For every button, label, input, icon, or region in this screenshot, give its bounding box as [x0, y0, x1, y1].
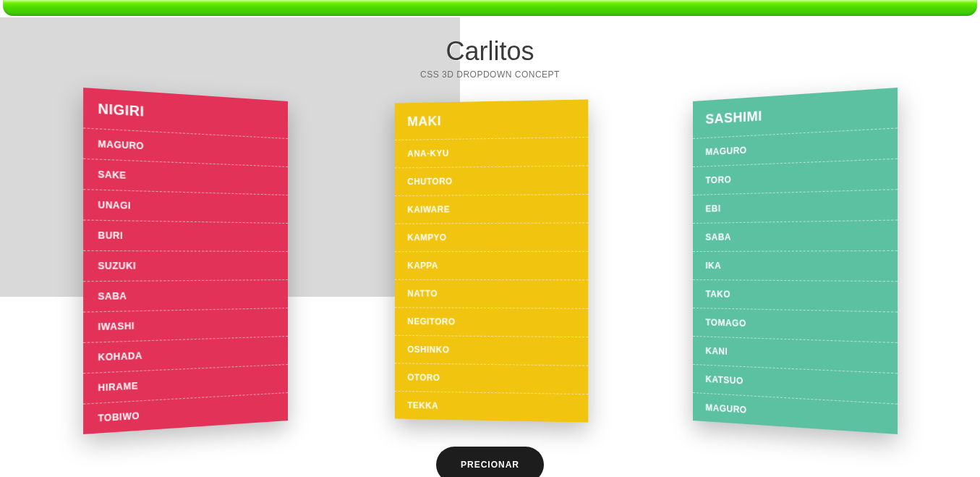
card-list: MAGUROSAKEUNAGIBURISUZUKISABAIWASHIKOHAD…	[83, 127, 288, 434]
card-list: MAGUROTOROEBISABAIKATAKOTOMAGOKANIKATSUO…	[693, 127, 898, 434]
precionar-button[interactable]: PRECIONAR	[436, 447, 544, 477]
card: SASHIMIMAGUROTOROEBISABAIKATAKOTOMAGOKAN…	[693, 88, 898, 434]
card-list: ANA-KYUCHUTOROKAIWAREKAMPYOKAPPANATTONEG…	[394, 137, 587, 423]
list-item[interactable]: NEGITORO	[394, 307, 587, 337]
dropdown-card-sashimi: SASHIMIMAGUROTOROEBISABAIKATAKOTOMAGOKAN…	[693, 88, 898, 434]
list-item[interactable]: KAIWARE	[394, 194, 587, 224]
list-item[interactable]: KAMPYO	[394, 222, 587, 251]
list-item[interactable]: CHUTORO	[394, 165, 587, 195]
list-item[interactable]: SABA	[83, 279, 288, 312]
top-accent-bar	[3, 0, 977, 16]
list-item[interactable]: BURI	[83, 219, 288, 251]
list-item[interactable]: EBI	[693, 189, 898, 223]
card: MAKIANA-KYUCHUTOROKAIWAREKAMPYOKAPPANATT…	[394, 99, 587, 422]
list-item[interactable]: SABA	[693, 219, 898, 251]
list-item[interactable]: UNAGI	[83, 189, 288, 223]
list-item[interactable]: OTORO	[394, 363, 587, 394]
dropdown-card-maki: MAKIANA-KYUCHUTOROKAIWAREKAMPYOKAPPANATT…	[394, 99, 587, 422]
list-item[interactable]: NATTO	[394, 279, 587, 308]
card: NIGIRIMAGUROSAKEUNAGIBURISUZUKISABAIWASH…	[83, 88, 288, 434]
dropdown-stage: NIGIRIMAGUROSAKEUNAGIBURISUZUKISABAIWASH…	[93, 101, 888, 421]
page-title: Carlitos	[0, 36, 980, 67]
page-subtitle: CSS 3D DROPDOWN CONCEPT	[0, 69, 980, 80]
list-item[interactable]: OSHINKO	[394, 335, 587, 366]
list-item[interactable]: TAKO	[693, 279, 898, 312]
card-title[interactable]: MAKI	[394, 99, 587, 140]
list-item[interactable]: TEKKA	[394, 391, 587, 423]
page-header: Carlitos CSS 3D DROPDOWN CONCEPT	[0, 16, 980, 80]
list-item[interactable]: KAPPA	[394, 251, 587, 279]
list-item[interactable]: ANA-KYU	[394, 137, 587, 168]
list-item[interactable]: SUZUKI	[83, 250, 288, 281]
dropdown-card-nigiri: NIGIRIMAGUROSAKEUNAGIBURISUZUKISABAIWASH…	[83, 88, 288, 434]
list-item[interactable]: IKA	[693, 250, 898, 281]
